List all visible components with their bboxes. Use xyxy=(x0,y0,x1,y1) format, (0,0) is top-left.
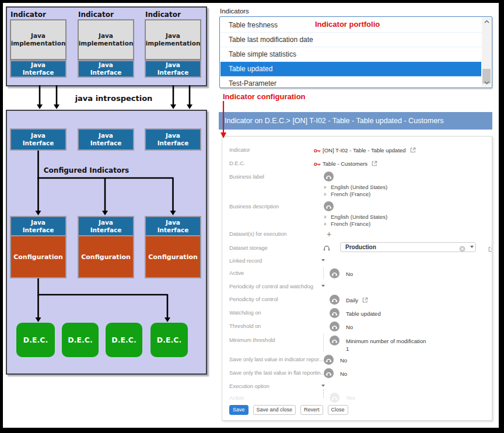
record-header: Indicator on D.E.C.> [ON] T-I02 - Table … xyxy=(219,112,492,130)
field-label: Save only the last value in flat reporti… xyxy=(229,369,326,376)
java-interface-box: JavaInterface xyxy=(10,128,66,151)
java-interface-box: JavaInterface xyxy=(145,60,201,78)
field-label: Active xyxy=(229,394,326,401)
scroll-up-icon[interactable] xyxy=(482,18,491,26)
locale-item[interactable]: English (United States) xyxy=(324,184,387,190)
save-button[interactable]: Save xyxy=(229,405,249,415)
field-label: Business label xyxy=(229,173,326,180)
inherited-value-icon xyxy=(330,270,340,280)
external-link-icon[interactable] xyxy=(484,243,492,254)
dec-box: D.E.C. xyxy=(106,323,142,357)
key-icon xyxy=(314,146,321,157)
chevron-right-icon xyxy=(324,222,328,226)
form-row: Linked record xyxy=(222,254,492,267)
java-interface-box: JavaInterface xyxy=(10,216,66,236)
java-implementation-box: Javaimplementation xyxy=(10,19,66,60)
external-link-icon[interactable] xyxy=(372,160,377,167)
save-and-close-button[interactable]: Save and close xyxy=(253,405,296,415)
field-label: Threshold on xyxy=(229,323,326,329)
field-label: Dataset(s) for execution xyxy=(229,231,326,237)
form-row: ActiveNo xyxy=(222,267,492,280)
java-implementation-box: Javaimplementation xyxy=(78,19,134,60)
field-value-link[interactable]: [ON] T-I02 - Table - Table updated xyxy=(323,147,416,154)
chevron-right-icon xyxy=(324,186,328,189)
indent-guide xyxy=(323,267,324,279)
form-row: Periodicity of controlDaily xyxy=(222,293,492,306)
field-label: Periodicity of control and watchdog xyxy=(229,283,326,289)
inherited-value-icon xyxy=(324,203,334,213)
external-link-icon[interactable] xyxy=(488,244,492,254)
field-label: D.E.C. xyxy=(229,160,326,166)
form-row: D.E.C.Table - Customers xyxy=(222,157,492,170)
form-row: Business labelEnglish (United States)Fre… xyxy=(222,170,492,200)
form-row: Execution option xyxy=(222,380,492,392)
external-link-icon[interactable] xyxy=(410,147,416,154)
configured-indicators-label: Configured Indicators xyxy=(37,166,136,174)
locale-item[interactable]: English (United States) xyxy=(324,214,387,220)
field-value: No xyxy=(346,271,353,277)
form-row: Business descriptionEnglish (United Stat… xyxy=(222,200,492,228)
dec-box: D.E.C. xyxy=(62,323,99,357)
architecture-diagram: IndicatorJavaimplementationJavaInterface… xyxy=(6,6,207,375)
indicators-list-label: Indicators xyxy=(220,8,249,15)
indicator-classes-box: IndicatorJavaimplementationJavaInterface… xyxy=(6,6,207,86)
inherited-value-icon xyxy=(330,337,340,347)
field-label: Business description xyxy=(229,203,326,209)
chevron-down-icon[interactable] xyxy=(470,246,474,250)
indicator-configuration-form: Indicator[ON] T-I02 - Table - Table upda… xyxy=(222,136,492,421)
list-item[interactable]: Table updated xyxy=(220,62,481,76)
indicator-title: Indicator xyxy=(10,11,46,19)
configuration-box: Configuration xyxy=(78,236,134,278)
chevron-right-icon xyxy=(324,215,328,219)
list-item[interactable]: Table last modification date xyxy=(220,33,481,47)
chevron-right-icon xyxy=(324,193,328,196)
field-value: Table updated xyxy=(346,310,381,317)
field-label: Save only last value in indicator report… xyxy=(229,356,326,362)
scroll-down-icon[interactable] xyxy=(482,79,491,87)
field-value-2: 1 xyxy=(346,345,349,352)
configured-indicators-box: JavaInterfaceJavaInterfaceConfigurationJ… xyxy=(6,110,207,375)
add-icon[interactable]: + xyxy=(327,230,331,238)
locale-item[interactable]: French (France) xyxy=(324,221,370,227)
dataset-storage-input[interactable]: Production xyxy=(340,242,476,252)
list-item[interactable]: Test-Parameter xyxy=(220,76,481,88)
external-link-icon[interactable] xyxy=(362,297,368,304)
field-label: Linked record xyxy=(229,257,326,264)
configured-indicator-stack: JavaInterfaceConfiguration xyxy=(10,216,66,278)
field-value-link[interactable]: Table - Customers xyxy=(323,160,377,167)
collapse-icon[interactable] xyxy=(321,285,325,289)
dec-box: D.E.C. xyxy=(150,323,188,357)
red-arrow-icon xyxy=(220,101,228,138)
inherited-value-icon xyxy=(324,173,334,183)
scrollbar[interactable] xyxy=(482,18,491,87)
key-icon xyxy=(314,160,321,170)
revert-button[interactable]: Revert xyxy=(300,405,323,415)
clear-icon[interactable] xyxy=(459,244,466,254)
indicator-portfolio-annotation: Indicator portfolio xyxy=(315,20,380,29)
java-interface-box: JavaInterface xyxy=(78,60,134,78)
collapse-icon[interactable] xyxy=(321,259,325,263)
java-implementation-box: Javaimplementation xyxy=(145,19,201,60)
form-row: ActiveYes xyxy=(222,392,492,403)
configuration-box: Configuration xyxy=(145,236,201,278)
inherited-value-icon xyxy=(324,357,334,366)
collapse-icon[interactable] xyxy=(321,385,325,389)
close-button[interactable]: Close xyxy=(328,405,348,415)
form-row: Indicator[ON] T-I02 - Table - Table upda… xyxy=(222,144,492,157)
field-value: No xyxy=(346,324,353,330)
field-value: Daily xyxy=(346,297,368,304)
java-interface-box: JavaInterface xyxy=(78,128,134,151)
configured-indicator-stack: JavaInterfaceConfiguration xyxy=(78,216,134,278)
java-interface-box: JavaInterface xyxy=(10,60,66,78)
field-label: Dataset storage xyxy=(229,245,326,251)
field-label: Minimum threshold xyxy=(229,337,326,343)
inherited-value-icon xyxy=(330,296,340,306)
headset-icon xyxy=(323,244,331,254)
field-value: Minimum number of modification xyxy=(346,338,426,344)
indicator-configuration-annotation: Indicator configuration xyxy=(223,92,306,101)
field-label: Execution option xyxy=(229,383,326,389)
locale-item[interactable]: French (France) xyxy=(324,191,370,197)
list-item[interactable]: Table simple statistics xyxy=(220,47,481,62)
form-row: Save only last value in indicator report… xyxy=(222,353,492,366)
java-introspection-label: java introspection xyxy=(58,94,169,103)
